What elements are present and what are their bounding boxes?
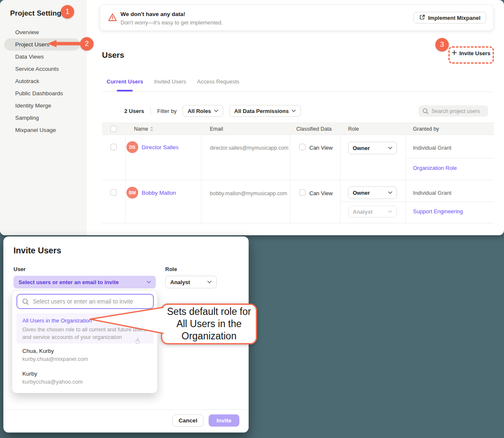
users-page-title: Users	[102, 51, 124, 60]
sidebar-item-data-views[interactable]: Data Views	[0, 51, 87, 63]
sidebar-item-public-dashboards[interactable]: Public Dashboards	[0, 87, 87, 99]
project-settings-window: Project Settings Overview Project Users …	[0, 0, 504, 235]
role-select[interactable]: Owner	[348, 142, 397, 154]
option-title: All Users in the Organization	[22, 317, 148, 324]
option-title: Chua, Kurby	[22, 348, 88, 354]
implement-mixpanel-label: Implement Mixpanel	[428, 15, 480, 21]
modal-title: Invite Users	[13, 246, 61, 255]
chevron-down-icon	[388, 147, 392, 149]
role-select-dropdown[interactable]: Analyst	[165, 276, 217, 288]
annotation-arrow-icon	[46, 40, 85, 48]
granted-by-value: Individual Grant	[413, 145, 451, 151]
sidebar-item-overview[interactable]: Overview	[0, 26, 87, 38]
sidebar-item-identity-merge[interactable]: Identity Merge	[0, 99, 87, 112]
user-email: bobby.mallon@mymusicapp.com	[210, 191, 287, 196]
column-header-name[interactable]: Name	[134, 126, 153, 132]
sidebar-item-mixpanel-usage[interactable]: Mixpanel Usage	[0, 124, 87, 136]
filter-by-label: Filter by	[157, 108, 177, 114]
annotation-callout: Sets default role for All Users in the O…	[161, 304, 257, 344]
invite-button[interactable]: Invite	[209, 414, 239, 427]
grant-divider	[405, 158, 494, 159]
external-link-icon	[419, 14, 425, 21]
plus-icon	[452, 50, 457, 56]
chevron-down-icon	[292, 110, 296, 112]
option-description: Gives the chosen role to all current and…	[22, 326, 151, 341]
avatar: BM	[126, 187, 138, 199]
tabs-divider	[102, 91, 494, 92]
vertical-divider	[150, 107, 151, 115]
granted-by-value: Individual Grant	[413, 190, 451, 196]
organization-role-link[interactable]: Organization Role	[413, 165, 457, 171]
page-background: Project Settings Overview Project Users …	[0, 0, 504, 438]
user-select-value: Select users or enter an email to invite	[19, 279, 119, 285]
sidebar-item-autotrack[interactable]: Autotrack	[0, 75, 87, 87]
column-header-role: Role	[348, 126, 359, 132]
users-table: Name Email Classified Data Role Granted …	[102, 123, 494, 223]
banner-subtitle: Don't worry—it's easy to get implemented…	[121, 19, 223, 26]
table-body: DS Director Salles director.salles@mymus…	[102, 135, 494, 223]
implement-mixpanel-button[interactable]: Implement Mixpanel	[413, 12, 486, 24]
can-view-label: Can View	[309, 190, 332, 196]
all-data-permissions-label: All Data Permissions	[234, 108, 289, 114]
user-name-link[interactable]: Director Salles	[142, 144, 179, 150]
column-header-classified-data: Classified Data	[296, 126, 332, 132]
grant-divider	[340, 202, 494, 202]
select-all-checkbox[interactable]	[110, 126, 117, 132]
table-header-row: Name Email Classified Data Role Granted …	[102, 123, 494, 135]
user-name-link[interactable]: Bobby Mallon	[142, 190, 176, 196]
option-email: kurbycchua@yahoo.com	[22, 379, 83, 385]
tab-invited-users[interactable]: Invited Users	[154, 78, 186, 91]
chevron-down-icon	[388, 191, 392, 194]
user-email: director.salles@mymusicapp.com	[210, 145, 288, 151]
can-view-label: Can View	[309, 145, 332, 151]
option-email: kurby.chua@mixpanel.com	[22, 356, 88, 362]
invite-users-button[interactable]: Invite Users	[452, 50, 491, 56]
annotation-badge-3: 3	[435, 38, 449, 51]
user-count: 2 Users	[124, 108, 144, 114]
role-field-label: Role	[165, 266, 177, 272]
sidebar-item-sampling[interactable]: Sampling	[0, 112, 87, 124]
user-select-dropdown[interactable]: Select users or enter an email to invite	[13, 276, 156, 288]
table-row-director-salles: DS Director Salles director.salles@mymus…	[102, 135, 494, 180]
role-select[interactable]: Owner	[348, 186, 397, 199]
chevron-down-icon	[147, 281, 151, 283]
row-checkbox[interactable]	[110, 189, 117, 196]
dropdown-search-input[interactable]	[33, 298, 147, 305]
row-checkbox[interactable]	[110, 144, 117, 150]
table-row-bobby-mallon: BM Bobby Mallon bobby.mallon@mymusicapp.…	[102, 180, 494, 223]
can-view-checkbox[interactable]	[299, 144, 306, 150]
search-icon	[422, 108, 429, 114]
tab-current-users[interactable]: Current Users	[107, 78, 143, 91]
banner-title: We don't have any data!	[121, 11, 185, 17]
secondary-role-select-disabled: Analyst	[348, 206, 397, 218]
invite-users-label: Invite Users	[459, 50, 491, 56]
settings-sidebar: Project Settings Overview Project Users …	[0, 0, 87, 235]
option-chua-kurby[interactable]: Chua, Kurby kurby.chua@mixpanel.com	[22, 348, 88, 362]
annotation-badge-1: 1	[61, 5, 74, 19]
modal-footer-divider	[3, 409, 249, 410]
column-header-email: Email	[210, 126, 223, 132]
search-icon	[22, 298, 29, 305]
search-project-users[interactable]	[418, 105, 488, 117]
option-kurby[interactable]: Kurby kurbycchua@yahoo.com	[22, 371, 83, 385]
role-select-value: Analyst	[170, 279, 190, 285]
user-field-label: User	[13, 266, 26, 272]
warning-icon	[107, 12, 118, 24]
support-engineering-link[interactable]: Support Engineering	[413, 208, 463, 215]
chevron-down-icon	[388, 210, 392, 213]
sort-icon	[150, 126, 153, 132]
all-roles-filter[interactable]: All Roles	[182, 105, 223, 117]
all-data-permissions-filter[interactable]: All Data Permissions	[229, 105, 301, 117]
users-tabs: Current Users Invited Users Access Reque…	[107, 78, 239, 91]
avatar: DS	[126, 141, 138, 153]
cancel-button[interactable]: Cancel	[172, 414, 204, 427]
chevron-down-icon	[214, 110, 218, 112]
tab-access-requests[interactable]: Access Requests	[197, 78, 239, 91]
search-input[interactable]	[432, 108, 482, 114]
can-view-checkbox[interactable]	[299, 189, 306, 196]
filter-bar: 2 Users Filter by All Roles All Data Per…	[124, 105, 307, 117]
dropdown-search[interactable]	[16, 294, 154, 309]
sidebar-item-service-accounts[interactable]: Service Accounts	[0, 63, 87, 75]
option-all-users-organization[interactable]: All Users in the Organization Gives the …	[16, 313, 154, 344]
chevron-down-icon	[207, 281, 212, 283]
